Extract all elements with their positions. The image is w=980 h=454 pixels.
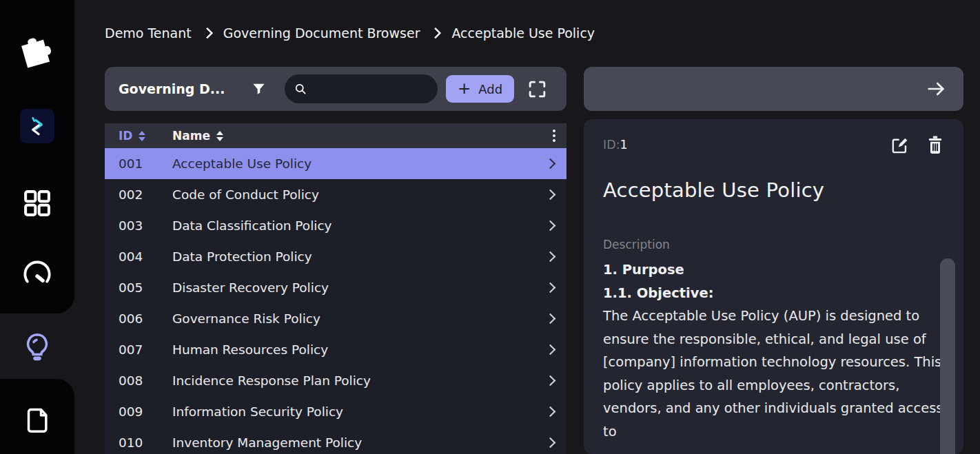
- panel-title: Governing D...: [119, 81, 251, 96]
- gauge-icon[interactable]: [0, 259, 74, 291]
- row-id: 002: [105, 187, 172, 202]
- chevron-right-icon: [545, 158, 556, 169]
- row-name: Code of Conduct Policy: [172, 187, 547, 202]
- breadcrumb: Demo Tenant Governing Document Browser A…: [105, 25, 595, 41]
- row-name: Governance Risk Policy: [172, 311, 547, 326]
- sort-icon-name[interactable]: [216, 131, 223, 141]
- detail-topbar: [584, 67, 963, 111]
- add-button[interactable]: + Add: [446, 75, 514, 103]
- arrow-right-icon[interactable]: [925, 78, 947, 100]
- breadcrumb-item-browser[interactable]: Governing Document Browser: [223, 25, 420, 41]
- puzzle-logo-icon[interactable]: [0, 28, 74, 72]
- scrollbar-thumb[interactable]: [940, 258, 955, 454]
- row-name: Data Classification Policy: [172, 218, 547, 233]
- row-id: 007: [105, 342, 172, 357]
- filter-icon[interactable]: [251, 81, 267, 97]
- table-row[interactable]: 007 Human Resources Policy: [105, 334, 566, 365]
- row-name: Acceptable Use Policy: [172, 156, 547, 171]
- chevron-right-icon: [545, 313, 556, 324]
- chevron-right-icon: [545, 437, 556, 448]
- search-input[interactable]: [313, 81, 429, 96]
- column-label-name: Name: [172, 129, 210, 143]
- search-icon: [294, 82, 307, 96]
- detail-header: ID:1: [603, 133, 944, 156]
- table-row[interactable]: 009 Information Security Policy: [105, 396, 566, 427]
- row-id: 001: [105, 156, 172, 171]
- edit-icon[interactable]: [890, 135, 910, 155]
- chevron-right-icon: [430, 28, 442, 39]
- table-row[interactable]: 005 Disaster Recovery Policy: [105, 272, 566, 303]
- description-label: Description: [603, 238, 944, 251]
- code-app-icon[interactable]: [0, 109, 74, 143]
- detail-title: Acceptable Use Policy: [603, 178, 944, 202]
- row-name: Data Protection Policy: [172, 249, 547, 264]
- table-row[interactable]: 001 Acceptable Use Policy: [105, 148, 566, 179]
- row-id: 004: [105, 249, 172, 264]
- expand-fullscreen-icon[interactable]: [527, 79, 548, 100]
- table-row[interactable]: 006 Governance Risk Policy: [105, 303, 566, 334]
- table-row[interactable]: 010 Inventory Management Policy: [105, 427, 566, 454]
- search-box: [285, 74, 438, 103]
- sidebar: [0, 0, 74, 454]
- table-header: ID Name: [105, 123, 566, 148]
- row-name: Inventory Management Policy: [172, 435, 547, 450]
- document-list-panel: Governing D... + Add: [105, 67, 566, 454]
- delete-trash-icon[interactable]: [926, 135, 944, 154]
- lightbulb-icon[interactable]: [0, 331, 74, 362]
- column-menu-kebab-icon[interactable]: [553, 130, 555, 142]
- breadcrumb-item-tenant[interactable]: Demo Tenant: [105, 25, 192, 41]
- row-id: 003: [105, 218, 172, 233]
- policy-table-body: 001 Acceptable Use Policy 002 Code of Co…: [105, 148, 566, 454]
- column-header-name[interactable]: Name: [172, 129, 553, 143]
- plus-icon: +: [458, 81, 471, 96]
- breadcrumb-item-current: Acceptable Use Policy: [451, 25, 595, 41]
- chevron-right-icon: [545, 220, 556, 231]
- row-id: 005: [105, 280, 172, 295]
- record-id: ID:1: [603, 138, 628, 152]
- document-icon[interactable]: [0, 405, 74, 435]
- chevron-right-icon: [545, 189, 556, 200]
- description-line: The Acceptable Use Policy (AUP) is desig…: [603, 305, 943, 443]
- chevron-right-icon: [545, 251, 556, 262]
- sort-icon-id[interactable]: [139, 131, 145, 141]
- chevron-right-icon: [545, 406, 556, 417]
- document-detail-panel: ID:1: [584, 67, 963, 454]
- table-row[interactable]: 003 Data Classification Policy: [105, 210, 566, 241]
- table-row[interactable]: 002 Code of Conduct Policy: [105, 179, 566, 210]
- table-row[interactable]: 004 Data Protection Policy: [105, 241, 566, 272]
- row-id: 006: [105, 311, 172, 326]
- row-name: Information Security Policy: [172, 404, 547, 419]
- description-line: 1. Purpose: [603, 258, 943, 282]
- row-id: 009: [105, 404, 172, 419]
- row-name: Incidence Response Plan Policy: [172, 373, 547, 388]
- chevron-right-icon: [545, 282, 556, 293]
- column-label-id: ID: [119, 129, 132, 143]
- apps-grid-icon[interactable]: [0, 187, 74, 219]
- row-name: Disaster Recovery Policy: [172, 280, 547, 295]
- description-body: 1. Purpose1.1. Objective:The Acceptable …: [603, 258, 943, 443]
- list-toolbar: Governing D... + Add: [105, 67, 566, 111]
- chevron-right-icon: [201, 28, 213, 39]
- column-header-id[interactable]: ID: [105, 129, 172, 143]
- description-line: 1.1. Objective:: [603, 282, 943, 305]
- add-button-label: Add: [478, 82, 502, 96]
- row-id: 010: [105, 435, 172, 450]
- app-window: Demo Tenant Governing Document Browser A…: [0, 0, 980, 454]
- chevron-right-icon: [545, 375, 556, 386]
- chevron-right-icon: [545, 344, 556, 355]
- row-name: Human Resources Policy: [172, 342, 547, 357]
- row-id: 008: [105, 373, 172, 388]
- detail-card: ID:1: [584, 119, 963, 454]
- table-row[interactable]: 008 Incidence Response Plan Policy: [105, 365, 566, 396]
